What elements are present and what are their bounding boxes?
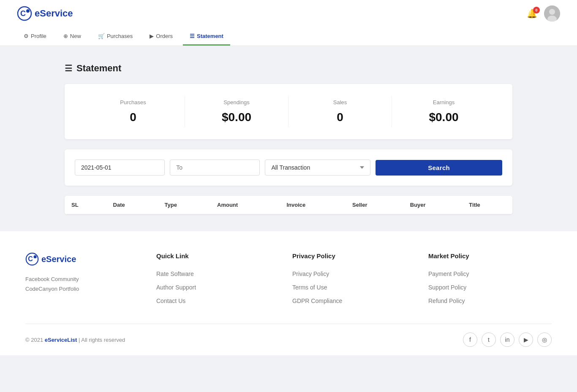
filter-card: All Transaction Purchase Sale Earning Se…: [65, 149, 512, 186]
footer-logo-icon: C: [25, 252, 39, 266]
footer-logo-text: eService: [41, 254, 76, 264]
earnings-value: $0.00: [429, 111, 458, 124]
date-to-input[interactable]: [170, 160, 260, 176]
spendings-label: Spendings: [223, 99, 249, 105]
header: C eService 🔔 0: [0, 0, 577, 27]
table-card: SL Date Type Amount Invoice Seller Buyer…: [65, 196, 512, 214]
footer-market-links: Market Policy Payment Policy Support Pol…: [428, 252, 552, 307]
footer-brand-link[interactable]: eServiceList: [45, 337, 77, 343]
footer-link-contact-us[interactable]: Contact Us: [156, 295, 280, 307]
purchases-value: 0: [130, 111, 136, 124]
statement-icon: ☰: [190, 33, 195, 39]
transaction-type-select[interactable]: All Transaction Purchase Sale Earning: [265, 160, 370, 176]
footer-link-author-support[interactable]: Author Support: [156, 281, 280, 293]
stat-spendings: Spendings $0.00: [185, 96, 288, 127]
privacy-title: Privacy Policy: [292, 252, 416, 260]
search-button[interactable]: Search: [376, 160, 502, 176]
nav-label-orders: Orders: [156, 33, 173, 39]
stat-sales: Sales 0: [288, 96, 392, 127]
nav-label-profile: Profile: [31, 33, 46, 39]
sales-label: Sales: [333, 99, 347, 105]
col-type: Type: [158, 196, 210, 214]
col-sl: SL: [65, 196, 106, 214]
date-from-input[interactable]: [75, 160, 165, 176]
page-title: ☰ Statement: [65, 63, 512, 74]
sales-value: 0: [337, 111, 343, 124]
footer-logo-section: C eService Facebook Community CodeCanyon…: [25, 252, 144, 307]
col-title: Title: [462, 196, 512, 214]
page-title-icon: ☰: [65, 63, 72, 73]
logo-icon: C: [17, 6, 32, 21]
footer-link-support-policy[interactable]: Support Policy: [428, 281, 552, 293]
footer-bottom: © 2021 eServiceList | All rights reserve…: [25, 324, 552, 355]
main-content: ☰ Statement Purchases 0 Spendings $0.00 …: [56, 63, 521, 214]
table-header-row: SL Date Type Amount Invoice Seller Buyer…: [65, 196, 512, 214]
nav-label-purchases: Purchases: [107, 33, 133, 39]
footer-link-privacy-policy[interactable]: Privacy Policy: [292, 268, 416, 280]
social-instagram[interactable]: ◎: [537, 333, 552, 347]
stats-card: Purchases 0 Spendings $0.00 Sales 0 Earn…: [65, 84, 512, 139]
logo[interactable]: C eService: [17, 6, 73, 21]
table-header: SL Date Type Amount Invoice Seller Buyer…: [65, 196, 512, 214]
avatar[interactable]: [544, 5, 560, 22]
logo-text: eService: [35, 8, 73, 19]
footer-link-rate-software[interactable]: Rate Software: [156, 268, 280, 280]
social-twitter[interactable]: t: [482, 333, 496, 347]
footer-logo: C eService: [25, 252, 144, 266]
profile-icon: ⚙: [24, 33, 29, 39]
notification-button[interactable]: 🔔 0: [527, 8, 537, 19]
col-invoice: Invoice: [280, 196, 346, 214]
orders-icon: ▶: [150, 33, 154, 39]
footer-link-codecanyon[interactable]: CodeCanyon Portfolio: [25, 284, 144, 294]
nav-label-statement: Statement: [197, 33, 223, 39]
nav-item-statement[interactable]: ☰ Statement: [183, 27, 230, 46]
quick-link-title: Quick Link: [156, 252, 280, 260]
nav-item-new[interactable]: ⊕ New: [57, 27, 88, 46]
svg-point-8: [34, 255, 37, 258]
footer: C eService Facebook Community CodeCanyon…: [0, 231, 577, 355]
market-title: Market Policy: [428, 252, 552, 260]
avatar-icon: [544, 5, 560, 22]
page-title-text: Statement: [76, 63, 121, 74]
social-linkedin[interactable]: in: [500, 333, 514, 347]
svg-text:C: C: [20, 9, 26, 18]
purchases-icon: 🛒: [98, 33, 105, 39]
col-seller: Seller: [346, 196, 403, 214]
social-youtube[interactable]: ▶: [519, 333, 533, 347]
col-buyer: Buyer: [403, 196, 463, 214]
navigation: ⚙ Profile ⊕ New 🛒 Purchases ▶ Orders ☰ S…: [0, 27, 577, 46]
stat-earnings: Earnings $0.00: [392, 96, 495, 127]
statement-table: SL Date Type Amount Invoice Seller Buyer…: [65, 196, 512, 214]
col-amount: Amount: [210, 196, 280, 214]
new-icon: ⊕: [63, 33, 68, 39]
footer-top: C eService Facebook Community CodeCanyon…: [25, 252, 552, 324]
svg-point-2: [26, 9, 30, 13]
footer-copyright: © 2021 eServiceList | All rights reserve…: [25, 337, 125, 343]
nav-item-profile[interactable]: ⚙ Profile: [17, 27, 53, 46]
social-icons: f t in ▶ ◎: [463, 333, 552, 347]
purchases-label: Purchases: [120, 99, 146, 105]
footer-link-terms-of-use[interactable]: Terms of Use: [292, 281, 416, 293]
nav-label-new: New: [70, 33, 81, 39]
footer-link-payment-policy[interactable]: Payment Policy: [428, 268, 552, 280]
notification-badge: 0: [533, 7, 540, 14]
filter-row: All Transaction Purchase Sale Earning Se…: [75, 160, 502, 176]
nav-item-orders[interactable]: ▶ Orders: [143, 27, 180, 46]
social-facebook[interactable]: f: [463, 333, 477, 347]
svg-text:C: C: [28, 255, 33, 262]
footer-privacy-links: Privacy Policy Privacy Policy Terms of U…: [292, 252, 416, 307]
earnings-label: Earnings: [433, 99, 455, 105]
header-right: 🔔 0: [527, 5, 560, 22]
footer-link-refund-policy[interactable]: Refund Policy: [428, 295, 552, 307]
col-date: Date: [106, 196, 158, 214]
stat-purchases: Purchases 0: [82, 96, 185, 127]
spendings-value: $0.00: [222, 111, 251, 124]
footer-link-facebook-community[interactable]: Facebook Community: [25, 274, 144, 284]
footer-quick-links: Quick Link Rate Software Author Support …: [156, 252, 280, 307]
svg-point-4: [549, 9, 555, 15]
nav-item-purchases[interactable]: 🛒 Purchases: [91, 27, 139, 46]
footer-link-gdpr[interactable]: GDPR Compliance: [292, 295, 416, 307]
